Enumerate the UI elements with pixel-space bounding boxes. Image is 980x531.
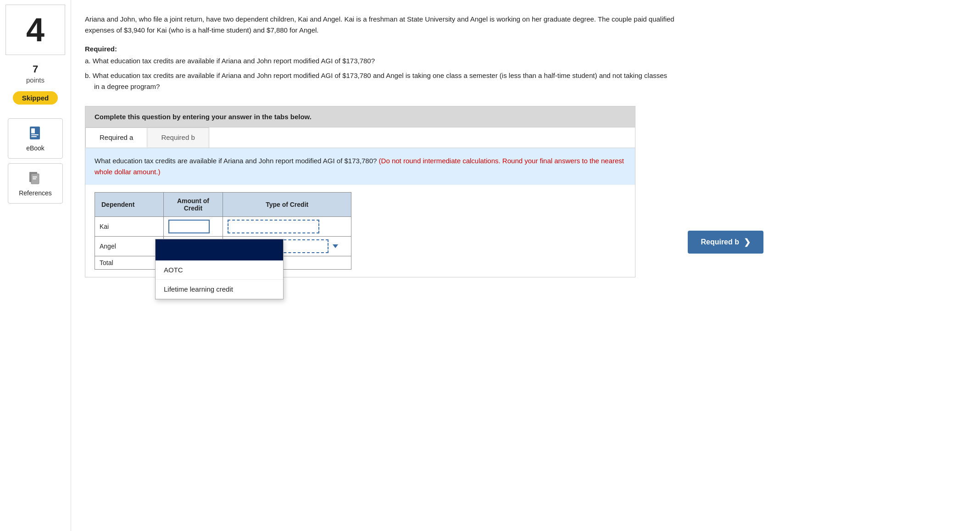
tab-question-banner: What education tax credits are available… <box>85 148 635 185</box>
required-item-a: a. What education tax credits are availa… <box>85 55 672 66</box>
skipped-badge: Skipped <box>13 91 58 105</box>
dependent-angel: Angel <box>95 237 164 256</box>
answer-table-wrapper: Dependent Amount of Credit Type of Credi… <box>85 185 635 277</box>
col-header-amount: Amount of Credit <box>163 193 223 217</box>
references-icon <box>27 170 44 187</box>
required-b-button-label: Required b <box>701 238 739 246</box>
svg-rect-1 <box>31 128 35 133</box>
type-kai-cell <box>223 217 351 237</box>
ebook-label: eBook <box>26 144 45 152</box>
tab-question-text: What education tax credits are available… <box>95 157 377 165</box>
main-content: Ariana and John, who file a joint return… <box>71 0 980 531</box>
ebook-icon <box>27 125 44 142</box>
required-item-a-text: a. What education tax credits are availa… <box>85 57 375 65</box>
points-label: points <box>26 76 45 84</box>
dropdown-option-lifetime[interactable]: Lifetime learning credit <box>156 280 283 299</box>
svg-rect-6 <box>33 177 37 177</box>
points-value: 7 <box>33 63 38 75</box>
sidebar: 4 7 points Skipped eBook <box>0 0 71 531</box>
question-number-box: 4 <box>6 5 65 55</box>
col-header-type: Type of Credit <box>223 193 351 217</box>
sidebar-item-ebook[interactable]: eBook <box>8 118 63 159</box>
col-header-dependent: Dependent <box>95 193 164 217</box>
required-item-b: b. What education tax credits are availa… <box>85 70 672 92</box>
sidebar-item-references[interactable]: References <box>8 163 63 204</box>
tab-content-a: What education tax credits are available… <box>85 148 635 277</box>
chevron-right-icon: ❯ <box>744 237 751 247</box>
dropdown-option-aotc[interactable]: AOTC <box>156 260 283 280</box>
required-b-button[interactable]: Required b ❯ <box>688 231 763 254</box>
tab-required-a[interactable]: Required a <box>85 127 147 148</box>
dropdown-popup-header <box>156 239 283 260</box>
tabs-header: Required a Required b <box>85 127 635 148</box>
select-arrow-icon <box>333 244 338 248</box>
svg-rect-7 <box>33 178 36 179</box>
amount-kai-input[interactable] <box>168 220 210 233</box>
required-item-b-text: b. What education tax credits are availa… <box>85 72 667 90</box>
type-kai-input[interactable] <box>228 220 319 233</box>
tabs-container: Required a Required b What education tax… <box>85 127 635 277</box>
question-number: 4 <box>26 11 45 49</box>
dependent-kai: Kai <box>95 217 164 237</box>
page-layout: 4 7 points Skipped eBook <box>0 0 980 531</box>
instruction-banner: Complete this question by entering your … <box>85 106 635 127</box>
required-label: Required: <box>85 45 962 53</box>
question-text: Ariana and John, who file a joint return… <box>85 14 681 36</box>
svg-rect-3 <box>31 136 37 137</box>
dropdown-popup: AOTC Lifetime learning credit <box>155 239 284 299</box>
table-row-kai: Kai <box>95 217 351 237</box>
tab-required-b[interactable]: Required b <box>147 127 209 148</box>
required-items: a. What education tax credits are availa… <box>85 55 672 92</box>
amount-kai-cell <box>163 217 223 237</box>
dependent-total: Total <box>95 256 164 270</box>
references-label: References <box>19 189 52 197</box>
svg-rect-2 <box>31 134 39 135</box>
